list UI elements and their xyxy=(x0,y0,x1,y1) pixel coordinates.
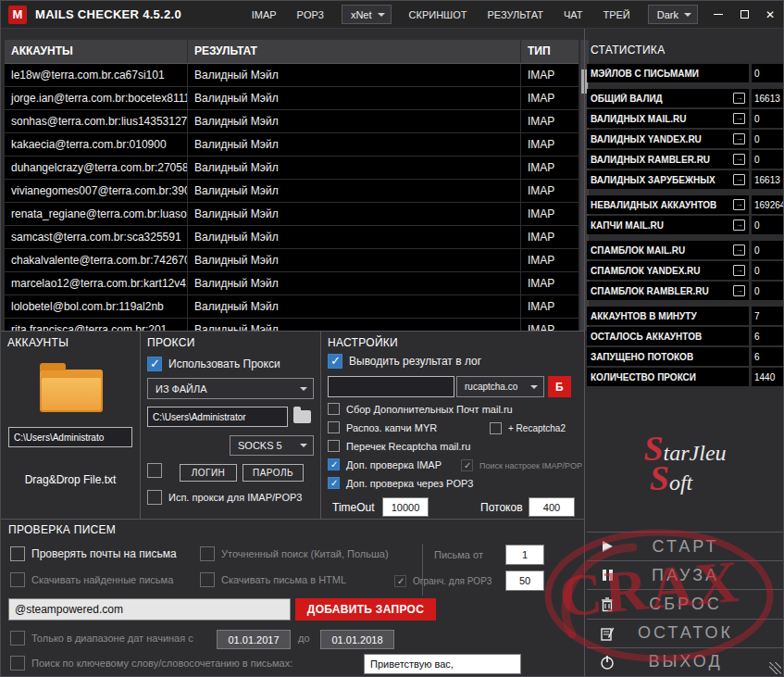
header-type[interactable]: ТИП xyxy=(521,40,579,63)
export-icon[interactable] xyxy=(733,93,745,104)
resize-grip[interactable] xyxy=(769,662,781,674)
open-proxy-folder-icon[interactable] xyxy=(293,410,311,423)
recaptcha2-checkbox[interactable]: + Recaptcha2 xyxy=(490,422,566,434)
keyword-input[interactable] xyxy=(364,654,521,674)
open-accounts-folder-icon[interactable] xyxy=(40,370,103,412)
table-row[interactable]: rita.francisca@terra.com.br:201Валидный … xyxy=(5,319,579,331)
date-to-button[interactable]: 01.01.2018 xyxy=(320,630,394,649)
reset-button[interactable]: СБРОС xyxy=(587,589,784,618)
export-icon[interactable] xyxy=(733,113,745,124)
table-row[interactable]: sonhas@terra.com.br:lius1435312776Валидн… xyxy=(5,110,579,133)
captcha-key-input[interactable] xyxy=(328,376,454,397)
export-icon[interactable] xyxy=(733,265,745,276)
pause-icon xyxy=(599,567,616,583)
checkbox-icon xyxy=(200,546,215,561)
recheck-recaptcha-checkbox[interactable]: Перечек Recaptcha mail.ru xyxy=(328,440,470,452)
captcha-service-select[interactable]: rucaptcha.co xyxy=(456,376,544,397)
login-button[interactable]: ЛОГИН xyxy=(180,464,237,482)
password-button[interactable]: ПАРОЛЬ xyxy=(243,464,304,482)
menu-result[interactable]: РЕЗУЛЬТАТ xyxy=(477,1,553,29)
header-accounts[interactable]: АККАУНТЫ xyxy=(5,40,188,63)
table-row[interactable]: le18w@terra.com.br.ca67si101Валидный Мэй… xyxy=(5,64,579,87)
maximize-button[interactable] xyxy=(731,1,757,29)
start-button[interactable]: СТАРТ xyxy=(587,532,784,560)
table-header: АККАУНТЫ РЕЗУЛЬТАТ ТИП xyxy=(5,40,579,64)
remainder-button[interactable]: ОСТАТОК xyxy=(587,619,784,647)
date-range-checkbox[interactable]: Только в диапазоне дат начиная с xyxy=(10,631,193,646)
table-row[interactable]: duhangelcrazy@terra.com.br:2705823Валидн… xyxy=(5,157,579,180)
theme-select[interactable]: Dark xyxy=(648,5,698,24)
proxy-source-value: ИЗ ФАЙЛА xyxy=(156,383,207,395)
add-query-button[interactable]: ДОБАВИТЬ ЗАПРОС xyxy=(295,598,436,621)
query-input[interactable] xyxy=(8,598,291,621)
table-row[interactable]: marcelao12@terra.com.br:kart12v41Валидны… xyxy=(5,272,579,295)
table-row[interactable]: chakalvalente@terra.com.br:7426709Валидн… xyxy=(5,249,579,272)
export-icon[interactable] xyxy=(733,133,745,144)
export-icon[interactable] xyxy=(733,285,745,296)
result-cell: Валидный Мэйл xyxy=(188,203,521,225)
brand-r2: oft xyxy=(669,470,692,495)
table-row[interactable]: renata_regiane@terra.com.br:luasolВалидн… xyxy=(5,203,579,226)
pop3-limit-label: Огранч. для POP3 xyxy=(413,576,492,586)
timeout-input[interactable] xyxy=(382,497,429,517)
table-row[interactable]: lolobetel@bol.com.br:119al2nbВалидный Мэ… xyxy=(5,295,579,319)
proxy-type-select[interactable]: SOCKS 5 xyxy=(230,435,314,456)
recognize-captcha-checkbox[interactable]: Распоз. капчи MYR xyxy=(328,421,437,433)
collect-mailru-checkbox[interactable]: Сбор Дополнительных Почт mail.ru xyxy=(328,403,513,415)
letters-from-input[interactable] xyxy=(505,545,544,565)
accounts-path-input[interactable] xyxy=(8,427,132,447)
proxy-source-select[interactable]: ИЗ ФАЙЛА xyxy=(147,378,314,399)
log-output-checkbox[interactable]: Выводить результат в лог xyxy=(328,354,481,369)
xnet-select[interactable]: xNet xyxy=(342,5,392,24)
stat-label: СПАМБЛОК MAIL.RU xyxy=(591,245,685,256)
menu-chat[interactable]: ЧАТ xyxy=(554,1,593,29)
check-letters-checkbox[interactable]: Проверять почты на письма xyxy=(10,546,177,561)
menu-tray[interactable]: ТРЕЙ xyxy=(592,1,640,29)
menu-pop3[interactable]: POP3 xyxy=(287,1,334,29)
account-cell: rita.francisca@terra.com.br:201 xyxy=(5,319,188,331)
settings-group-title: НАСТРОЙКИ xyxy=(328,336,398,349)
proxy-path-input[interactable] xyxy=(147,407,288,427)
balance-button[interactable]: Б xyxy=(548,376,571,397)
export-icon[interactable] xyxy=(733,244,745,256)
table-row[interactable]: vivianegomes007@terra.com.br:3903Валидны… xyxy=(5,180,579,203)
close-button[interactable] xyxy=(757,1,783,29)
table-row[interactable]: kakaecia@terra.com.br:010900Валидный Мэй… xyxy=(5,133,579,157)
export-icon[interactable] xyxy=(733,219,745,231)
stat-label-cell: ВАЛИДНЫХ MAIL.RU xyxy=(587,109,749,128)
download-html-checkbox[interactable]: Скачивать письма в HTML xyxy=(200,572,346,587)
pause-button[interactable]: ПАУЗА xyxy=(587,560,784,589)
check-letters-label: Проверять почты на письма xyxy=(31,547,177,560)
extra-pop3-checkbox[interactable]: Доп. проверка через POP3 xyxy=(328,477,473,489)
download-found-checkbox[interactable]: Скачивать найденные письма xyxy=(10,572,173,587)
stat-label-cell: СПАМБЛОК MAIL.RU xyxy=(587,241,749,259)
account-cell: vivianegomes007@terra.com.br:3903 xyxy=(5,180,188,202)
threads-input[interactable] xyxy=(529,497,575,517)
maximize-icon xyxy=(740,10,749,19)
results-table: АККАУНТЫ РЕЗУЛЬТАТ ТИП le18w@terra.com.b… xyxy=(5,40,579,331)
export-icon[interactable] xyxy=(733,154,745,165)
app-title: MAILS CHECKER 4.5.2.0 xyxy=(35,7,181,21)
exit-button[interactable]: ВЫХОД xyxy=(587,647,784,677)
proxy-for-imap-checkbox[interactable]: Исп. прокси для IMAP/POP3 xyxy=(147,490,302,505)
checkbox-icon xyxy=(490,422,502,434)
table-row[interactable]: samcast@terra.com.br:sca325591Валидный М… xyxy=(5,226,579,249)
stat-row: НЕВАЛИДНЫХ АККАУНТОВ169264 xyxy=(587,195,783,214)
pop3-limit-input[interactable] xyxy=(505,570,544,591)
export-icon[interactable] xyxy=(733,199,745,210)
proxy-auth-checkbox[interactable] xyxy=(147,463,162,478)
menu-imap[interactable]: IMAP xyxy=(242,1,287,29)
date-from-button[interactable]: 01.01.2017 xyxy=(217,630,291,649)
export-icon[interactable] xyxy=(733,174,745,185)
result-cell: Валидный Мэйл xyxy=(188,249,521,271)
checkbox-icon xyxy=(328,458,340,470)
table-row[interactable]: jorge.ian@terra.com.br:bocetex8111Валидн… xyxy=(5,87,579,110)
minimize-button[interactable] xyxy=(705,1,731,29)
header-result[interactable]: РЕЗУЛЬТАТ xyxy=(188,40,521,63)
use-proxy-checkbox[interactable]: Использовать Прокси xyxy=(147,357,280,371)
refined-search-checkbox[interactable]: Уточненный поиск (Китай, Польша) xyxy=(200,546,389,561)
keyword-search-checkbox[interactable]: Поиск по ключевому слову/словосочетанию … xyxy=(10,656,292,671)
extra-imap-checkbox[interactable]: Доп. проверка IMAP xyxy=(328,458,442,470)
menu-screenshot[interactable]: СКРИНШОТ xyxy=(399,1,478,29)
pop3-limit-checkbox[interactable]: Огранч. для POP3 xyxy=(394,575,492,587)
